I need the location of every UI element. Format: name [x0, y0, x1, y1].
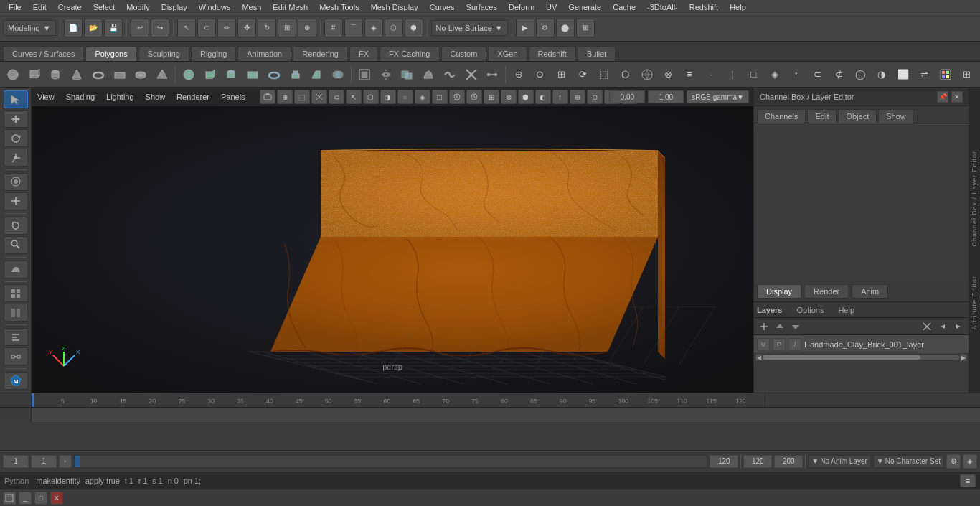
- range-end-input[interactable]: [743, 455, 772, 468]
- vc-hud-btn[interactable]: [466, 90, 482, 104]
- menu-display[interactable]: Display: [156, 0, 193, 14]
- extrude-btn[interactable]: [286, 65, 306, 85]
- layer-scroll-right[interactable]: ▶: [960, 354, 967, 361]
- poly-torus-btn[interactable]: [264, 65, 284, 85]
- menu-curves[interactable]: Curves: [424, 0, 461, 14]
- merge-display-btn[interactable]: ⊞: [957, 65, 977, 85]
- mirror-btn[interactable]: [376, 65, 396, 85]
- tab-xgen[interactable]: XGen: [488, 46, 527, 61]
- layer-scrollbar-track[interactable]: [763, 355, 960, 360]
- step-snap-btn[interactable]: ≡: [679, 65, 699, 85]
- menu-surfaces[interactable]: Surfaces: [461, 0, 503, 14]
- menu-create[interactable]: Create: [52, 0, 88, 14]
- crease-btn[interactable]: [440, 65, 460, 85]
- connect-btn[interactable]: [482, 65, 502, 85]
- edge-display-btn[interactable]: |: [722, 65, 743, 85]
- menu-3dtoall[interactable]: -3DtoAll-: [641, 0, 684, 14]
- vc-camera-btn[interactable]: [260, 90, 275, 104]
- tab-rigging[interactable]: Rigging: [191, 46, 236, 61]
- viewport-renderer-menu[interactable]: Renderer: [174, 91, 212, 103]
- tab-animation[interactable]: Animation: [237, 46, 291, 61]
- normals-display-btn[interactable]: ↑: [786, 65, 806, 85]
- pivot-btn[interactable]: ⊕: [509, 65, 529, 85]
- viewport-view-menu[interactable]: View: [34, 91, 57, 103]
- undo-btn[interactable]: ↩: [131, 19, 149, 37]
- torus-icon-btn[interactable]: [88, 65, 108, 85]
- tab-sculpting[interactable]: Sculpting: [138, 46, 189, 61]
- vc-display-quality-btn[interactable]: ◐: [535, 90, 551, 104]
- vc-isolate-btn[interactable]: ⊗: [501, 90, 517, 104]
- paint-select-tool[interactable]: [4, 236, 28, 254]
- uv-display-btn[interactable]: ◈: [765, 65, 785, 85]
- tab-object[interactable]: Object: [838, 109, 877, 123]
- render-btn[interactable]: ▶: [516, 19, 534, 37]
- live-surface-dropdown[interactable]: No Live Surface ▼: [431, 20, 508, 36]
- poly-plane-btn[interactable]: [242, 65, 263, 85]
- menu-help[interactable]: Help: [724, 0, 752, 14]
- menu-redshift[interactable]: Redshift: [684, 0, 724, 14]
- rotate-btn[interactable]: ↻: [258, 19, 276, 37]
- timeline-keys-btn[interactable]: ◈: [963, 454, 977, 469]
- cage-display-btn[interactable]: ⬜: [893, 65, 913, 85]
- sub-tab-anim[interactable]: Anim: [852, 284, 888, 299]
- keep-faces-btn[interactable]: ⬚: [594, 65, 614, 85]
- vc-dolly-btn[interactable]: ⊕: [277, 90, 293, 104]
- window-minimize-btn[interactable]: _: [19, 492, 32, 505]
- viewport-show-menu[interactable]: Show: [143, 91, 169, 103]
- menu-edit[interactable]: Edit: [27, 0, 52, 14]
- disk-icon-btn[interactable]: [131, 65, 151, 85]
- backface-btn[interactable]: ⊂: [808, 65, 828, 85]
- sub-tab-display[interactable]: Display: [757, 284, 801, 299]
- vc-normals-btn[interactable]: ↑: [552, 90, 568, 104]
- render-settings-btn[interactable]: ⚙: [536, 19, 555, 37]
- open-scene-btn[interactable]: 📂: [84, 19, 103, 37]
- anim-layer-dropdown[interactable]: ▼ No Anim Layer: [808, 455, 871, 468]
- frame-range-bar[interactable]: [74, 455, 707, 468]
- menu-edit-mesh[interactable]: Edit Mesh: [267, 0, 314, 14]
- tab-rendering[interactable]: Rendering: [293, 46, 348, 61]
- viewport[interactable]: View Shading Lighting Show Renderer Pane…: [32, 88, 753, 393]
- rotate-tool[interactable]: [4, 129, 28, 147]
- cone-icon-btn[interactable]: [67, 65, 87, 85]
- tweak-btn[interactable]: ⟳: [573, 65, 593, 85]
- viewport-panels-menu[interactable]: Panels: [218, 91, 248, 103]
- viewport-shading-menu[interactable]: Shading: [63, 91, 98, 103]
- soft-mod-tool[interactable]: [4, 173, 28, 191]
- vc-grid-btn[interactable]: [311, 90, 327, 104]
- color-display-btn[interactable]: [936, 65, 956, 85]
- face-display-btn[interactable]: □: [743, 65, 763, 85]
- menu-uv[interactable]: UV: [540, 0, 562, 14]
- exposure-input[interactable]: [609, 90, 645, 103]
- prepost-btn[interactable]: ◑: [872, 65, 892, 85]
- vc-shaded-btn[interactable]: ◑: [380, 90, 396, 104]
- snap-surface-btn[interactable]: ⬢: [405, 19, 423, 37]
- connection-editor-btn[interactable]: [4, 347, 28, 365]
- menu-cache[interactable]: Cache: [607, 0, 641, 14]
- menu-deform[interactable]: Deform: [503, 0, 540, 14]
- rp-close-btn[interactable]: ✕: [951, 91, 963, 103]
- rp-pin-btn[interactable]: 📌: [937, 91, 948, 103]
- world-space-btn[interactable]: [637, 65, 657, 85]
- layer-arrow-right-btn[interactable]: [951, 320, 966, 333]
- transfer-attr-btn[interactable]: ⇌: [914, 65, 934, 85]
- layer-add-btn[interactable]: [757, 320, 771, 333]
- keep-hard-edges-btn[interactable]: ⬡: [616, 65, 636, 85]
- window-restore-btn[interactable]: □: [34, 492, 47, 505]
- select-tool[interactable]: [4, 90, 28, 108]
- menu-generate[interactable]: Generate: [562, 0, 607, 14]
- boolean-btn[interactable]: [397, 65, 417, 85]
- layer-move-up-btn[interactable]: [773, 320, 787, 333]
- vc-panels-btn[interactable]: ⊞: [484, 90, 499, 104]
- vc-resolution-btn[interactable]: ⬢: [518, 90, 534, 104]
- symmetry-btn[interactable]: ⊞: [552, 65, 572, 85]
- channel-box-label[interactable]: Channel Box / Layer Editor: [971, 151, 978, 247]
- combine-btn[interactable]: [328, 65, 348, 85]
- vc-lighting-quality-btn[interactable]: ⊕: [570, 90, 585, 104]
- tab-bullet[interactable]: Bullet: [578, 46, 616, 61]
- frame-end-range-input[interactable]: [710, 455, 738, 468]
- snap-curve-btn[interactable]: ⌒: [344, 19, 363, 37]
- max-frame-input[interactable]: [774, 455, 803, 468]
- char-set-dropdown[interactable]: ▼ No Character Set: [873, 455, 944, 468]
- timeline-settings-btn[interactable]: ⚙: [946, 454, 961, 469]
- layer-scroll-left[interactable]: ◀: [755, 354, 763, 361]
